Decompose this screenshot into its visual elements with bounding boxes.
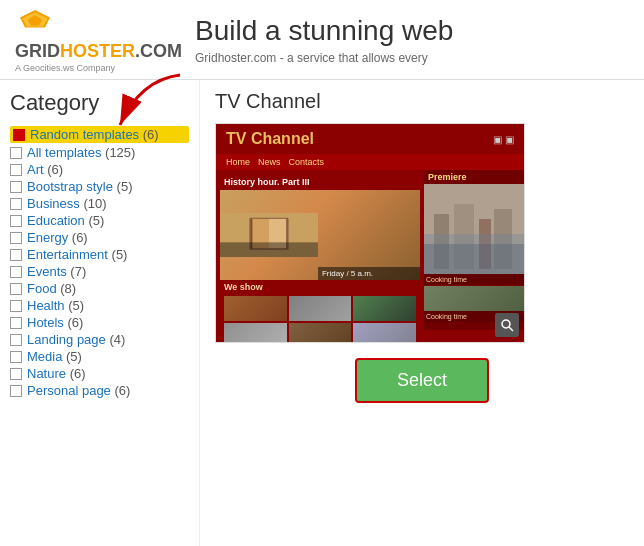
category-link-business[interactable]: Business (10): [27, 196, 107, 211]
checkbox-business[interactable]: [10, 198, 22, 210]
tv-nav-news: News: [258, 157, 281, 167]
logo-icon: [15, 6, 55, 34]
checkbox-hotels[interactable]: [10, 317, 22, 329]
category-link-energy[interactable]: Energy (6): [27, 230, 88, 245]
category-item-personal[interactable]: Personal page (6): [10, 383, 189, 398]
category-list: Random templates (6) All templates (125)…: [10, 126, 189, 398]
tv-nav-contacts: Contacts: [289, 157, 325, 167]
category-link-random[interactable]: Random templates (6): [30, 127, 159, 142]
tv-main-image: Friday / 5 a.m.: [220, 190, 420, 280]
we-show-label: We show: [220, 280, 420, 294]
content-area: TV Channel TV Channel ▣ ▣ Home News Cont…: [200, 80, 644, 546]
logo-sub-text: A Geocities.ws Company: [15, 63, 175, 73]
category-link-personal[interactable]: Personal page (6): [27, 383, 130, 398]
checkbox-energy[interactable]: [10, 232, 22, 244]
search-svg: [500, 318, 514, 332]
category-link-bootstrap[interactable]: Bootstrap style (5): [27, 179, 133, 194]
category-item-landing[interactable]: Landing page (4): [10, 332, 189, 347]
category-item-bootstrap[interactable]: Bootstrap style (5): [10, 179, 189, 194]
checkbox-landing[interactable]: [10, 334, 22, 346]
category-item-all[interactable]: All templates (125): [10, 145, 189, 160]
svg-point-17: [502, 320, 510, 328]
checkbox-entertainment[interactable]: [10, 249, 22, 261]
search-icon[interactable]: [495, 313, 519, 337]
tv-nav-home: Home: [226, 157, 250, 167]
grid-cell-1: [224, 296, 287, 321]
checkbox-bootstrap[interactable]: [10, 181, 22, 193]
checkbox-education[interactable]: [10, 215, 22, 227]
tv-mock-title: TV Channel: [226, 130, 314, 148]
category-link-landing[interactable]: Landing page (4): [27, 332, 125, 347]
category-item-hotels[interactable]: Hotels (6): [10, 315, 189, 330]
category-link-health[interactable]: Health (5): [27, 298, 84, 313]
category-link-entertainment[interactable]: Entertainment (5): [27, 247, 127, 262]
select-button-container: Select: [215, 358, 629, 403]
category-link-events[interactable]: Events (7): [27, 264, 86, 279]
grid-cell-5: [289, 323, 352, 343]
tv-side-text-1: Cooking time: [424, 274, 524, 286]
tv-header-icons: ▣ ▣: [493, 134, 514, 145]
header-right: Build a stunning web Gridhoster.com - a …: [175, 15, 629, 65]
category-item-random[interactable]: Random templates (6): [10, 126, 189, 143]
time-label: Friday / 5 a.m.: [318, 267, 420, 280]
book-image-svg: [220, 190, 318, 280]
grid-cell-3: [353, 296, 416, 321]
tv-mock-nav: Home News Contacts: [216, 154, 524, 170]
template-name: TV Channel: [215, 90, 629, 113]
tv-side-img-2: [424, 286, 524, 311]
main-layout: Category Random templates (6) All templa…: [0, 80, 644, 546]
tv-icon-2: ▣: [505, 134, 514, 145]
logo-main-text: GRIDHOSTER.COM: [15, 39, 175, 62]
category-link-art[interactable]: Art (6): [27, 162, 63, 177]
category-item-entertainment[interactable]: Entertainment (5): [10, 247, 189, 262]
city-image-svg: [424, 184, 524, 274]
grid-cell-4: [224, 323, 287, 343]
category-item-health[interactable]: Health (5): [10, 298, 189, 313]
category-link-media[interactable]: Media (5): [27, 349, 82, 364]
logo-area: GRIDHOSTER.COM A Geocities.ws Company: [15, 6, 175, 73]
category-item-nature[interactable]: Nature (6): [10, 366, 189, 381]
svg-line-18: [509, 327, 513, 331]
checkbox-events[interactable]: [10, 266, 22, 278]
history-label: History hour. Part III: [220, 174, 420, 190]
checkbox-food[interactable]: [10, 283, 22, 295]
tv-thumbnail-grid: [220, 294, 420, 343]
checkbox-all[interactable]: [10, 147, 22, 159]
svg-rect-9: [220, 242, 318, 257]
category-item-food[interactable]: Food (8): [10, 281, 189, 296]
checkbox-media[interactable]: [10, 351, 22, 363]
tv-mock-body: History hour. Part III Fri: [216, 170, 524, 330]
header-title: Build a stunning web: [195, 15, 629, 47]
grid-cell-6: [353, 323, 416, 343]
select-button[interactable]: Select: [355, 358, 489, 403]
logo-text: GRIDHOSTER.COM A Geocities.ws Company: [15, 39, 175, 73]
category-link-hotels[interactable]: Hotels (6): [27, 315, 83, 330]
category-item-media[interactable]: Media (5): [10, 349, 189, 364]
template-preview[interactable]: TV Channel ▣ ▣ Home News Contacts Histor…: [215, 123, 525, 343]
category-link-all[interactable]: All templates (125): [27, 145, 135, 160]
category-item-energy[interactable]: Energy (6): [10, 230, 189, 245]
tv-mock-main: History hour. Part III Fri: [216, 170, 424, 330]
sidebar: Category Random templates (6) All templa…: [0, 80, 200, 546]
checkbox-personal[interactable]: [10, 385, 22, 397]
checkbox-health[interactable]: [10, 300, 22, 312]
category-link-food[interactable]: Food (8): [27, 281, 76, 296]
tv-mock-header: TV Channel ▣ ▣: [216, 124, 524, 154]
category-link-nature[interactable]: Nature (6): [27, 366, 86, 381]
category-item-art[interactable]: Art (6): [10, 162, 189, 177]
category-item-business[interactable]: Business (10): [10, 196, 189, 211]
tv-mock-sidebar: Premiere Cook: [424, 170, 524, 330]
category-link-education[interactable]: Education (5): [27, 213, 104, 228]
tv-icon-1: ▣: [493, 134, 502, 145]
checkbox-art[interactable]: [10, 164, 22, 176]
tv-mock: TV Channel ▣ ▣ Home News Contacts Histor…: [216, 124, 524, 342]
checkbox-nature[interactable]: [10, 368, 22, 380]
category-item-education[interactable]: Education (5): [10, 213, 189, 228]
header-subtitle: Gridhoster.com - a service that allows e…: [195, 51, 629, 65]
active-square-icon: [13, 129, 25, 141]
category-item-events[interactable]: Events (7): [10, 264, 189, 279]
grid-cell-2: [289, 296, 352, 321]
premiere-label: Premiere: [424, 170, 524, 184]
sidebar-title: Category: [10, 90, 189, 116]
header: GRIDHOSTER.COM A Geocities.ws Company Bu…: [0, 0, 644, 80]
